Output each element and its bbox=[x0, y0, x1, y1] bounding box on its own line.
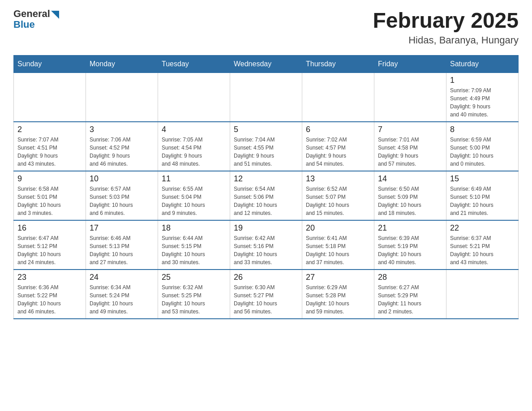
calendar-table: SundayMondayTuesdayWednesdayThursdayFrid… bbox=[13, 55, 519, 320]
day-number: 25 bbox=[162, 273, 226, 282]
calendar-cell bbox=[14, 73, 86, 122]
day-info: Sunrise: 6:29 AM Sunset: 5:28 PM Dayligh… bbox=[306, 283, 370, 316]
day-info: Sunrise: 6:44 AM Sunset: 5:15 PM Dayligh… bbox=[162, 234, 226, 266]
calendar-cell: 6Sunrise: 7:02 AM Sunset: 4:57 PM Daylig… bbox=[302, 122, 374, 171]
calendar-cell: 7Sunrise: 7:01 AM Sunset: 4:58 PM Daylig… bbox=[374, 122, 446, 171]
calendar-cell: 13Sunrise: 6:52 AM Sunset: 5:07 PM Dayli… bbox=[302, 171, 374, 220]
day-info: Sunrise: 6:54 AM Sunset: 5:06 PM Dayligh… bbox=[234, 185, 298, 217]
day-number: 17 bbox=[90, 223, 154, 233]
calendar-cell bbox=[158, 73, 230, 122]
svg-marker-0 bbox=[51, 11, 59, 19]
title-block: February 2025 Hidas, Baranya, Hungary bbox=[373, 9, 519, 46]
day-info: Sunrise: 6:57 AM Sunset: 5:03 PM Dayligh… bbox=[90, 185, 154, 217]
col-header-sunday: Sunday bbox=[14, 55, 86, 73]
day-info: Sunrise: 6:49 AM Sunset: 5:10 PM Dayligh… bbox=[450, 185, 515, 217]
day-number: 12 bbox=[234, 174, 298, 184]
week-row-2: 2Sunrise: 7:07 AM Sunset: 4:51 PM Daylig… bbox=[14, 122, 519, 171]
day-number: 22 bbox=[450, 223, 515, 233]
day-info: Sunrise: 6:50 AM Sunset: 5:09 PM Dayligh… bbox=[378, 185, 442, 217]
calendar-cell bbox=[302, 73, 374, 122]
day-number: 18 bbox=[162, 223, 226, 233]
logo-general-text: General bbox=[13, 9, 50, 19]
calendar-cell: 16Sunrise: 6:47 AM Sunset: 5:12 PM Dayli… bbox=[14, 220, 86, 270]
calendar-cell: 20Sunrise: 6:41 AM Sunset: 5:18 PM Dayli… bbox=[302, 220, 374, 270]
calendar-cell: 12Sunrise: 6:54 AM Sunset: 5:06 PM Dayli… bbox=[230, 171, 302, 220]
day-number: 8 bbox=[450, 125, 515, 134]
col-header-saturday: Saturday bbox=[446, 55, 519, 73]
day-info: Sunrise: 6:34 AM Sunset: 5:24 PM Dayligh… bbox=[90, 283, 154, 316]
day-number: 14 bbox=[378, 174, 442, 184]
day-info: Sunrise: 6:37 AM Sunset: 5:21 PM Dayligh… bbox=[450, 234, 515, 266]
page-header: General Blue February 2025 Hidas, Barany… bbox=[13, 9, 519, 46]
calendar-cell: 17Sunrise: 6:46 AM Sunset: 5:13 PM Dayli… bbox=[86, 220, 158, 270]
calendar-cell: 28Sunrise: 6:27 AM Sunset: 5:29 PM Dayli… bbox=[374, 270, 446, 319]
day-info: Sunrise: 7:04 AM Sunset: 4:55 PM Dayligh… bbox=[234, 136, 298, 168]
week-row-1: 1Sunrise: 7:09 AM Sunset: 4:49 PM Daylig… bbox=[14, 73, 519, 122]
day-info: Sunrise: 6:32 AM Sunset: 5:25 PM Dayligh… bbox=[162, 283, 226, 316]
day-number: 4 bbox=[162, 125, 226, 134]
day-number: 10 bbox=[90, 174, 154, 184]
day-number: 21 bbox=[378, 223, 442, 233]
calendar-cell: 1Sunrise: 7:09 AM Sunset: 4:49 PM Daylig… bbox=[446, 73, 519, 122]
calendar-cell: 3Sunrise: 7:06 AM Sunset: 4:52 PM Daylig… bbox=[86, 122, 158, 171]
calendar-cell: 21Sunrise: 6:39 AM Sunset: 5:19 PM Dayli… bbox=[374, 220, 446, 270]
day-number: 15 bbox=[450, 174, 515, 184]
day-info: Sunrise: 7:01 AM Sunset: 4:58 PM Dayligh… bbox=[378, 136, 442, 168]
day-number: 28 bbox=[378, 273, 442, 282]
col-header-monday: Monday bbox=[86, 55, 158, 73]
day-info: Sunrise: 6:59 AM Sunset: 5:00 PM Dayligh… bbox=[450, 136, 515, 168]
day-number: 19 bbox=[234, 223, 298, 233]
day-number: 13 bbox=[306, 174, 370, 184]
calendar-cell: 15Sunrise: 6:49 AM Sunset: 5:10 PM Dayli… bbox=[446, 171, 519, 220]
day-info: Sunrise: 7:06 AM Sunset: 4:52 PM Dayligh… bbox=[90, 136, 154, 168]
calendar-cell: 24Sunrise: 6:34 AM Sunset: 5:24 PM Dayli… bbox=[86, 270, 158, 319]
day-number: 11 bbox=[162, 174, 226, 184]
calendar-cell: 4Sunrise: 7:05 AM Sunset: 4:54 PM Daylig… bbox=[158, 122, 230, 171]
day-info: Sunrise: 6:52 AM Sunset: 5:07 PM Dayligh… bbox=[306, 185, 370, 217]
day-number: 2 bbox=[17, 125, 82, 134]
day-number: 7 bbox=[378, 125, 442, 134]
day-info: Sunrise: 7:09 AM Sunset: 4:49 PM Dayligh… bbox=[450, 86, 515, 119]
logo-icon bbox=[51, 11, 59, 19]
day-info: Sunrise: 6:36 AM Sunset: 5:22 PM Dayligh… bbox=[17, 283, 82, 316]
calendar-cell: 9Sunrise: 6:58 AM Sunset: 5:01 PM Daylig… bbox=[14, 171, 86, 220]
week-row-4: 16Sunrise: 6:47 AM Sunset: 5:12 PM Dayli… bbox=[14, 220, 519, 270]
day-number: 23 bbox=[17, 273, 82, 282]
day-info: Sunrise: 7:05 AM Sunset: 4:54 PM Dayligh… bbox=[162, 136, 226, 168]
calendar-subtitle: Hidas, Baranya, Hungary bbox=[373, 34, 519, 46]
col-header-thursday: Thursday bbox=[302, 55, 374, 73]
day-info: Sunrise: 6:41 AM Sunset: 5:18 PM Dayligh… bbox=[306, 234, 370, 266]
calendar-cell bbox=[446, 270, 519, 319]
logo: General Blue bbox=[13, 9, 59, 30]
day-number: 5 bbox=[234, 125, 298, 134]
calendar-cell bbox=[374, 73, 446, 122]
day-number: 6 bbox=[306, 125, 370, 134]
day-number: 27 bbox=[306, 273, 370, 282]
calendar-title: February 2025 bbox=[373, 9, 519, 33]
day-info: Sunrise: 6:55 AM Sunset: 5:04 PM Dayligh… bbox=[162, 185, 226, 217]
calendar-header-row: SundayMondayTuesdayWednesdayThursdayFrid… bbox=[14, 55, 519, 73]
calendar-cell: 2Sunrise: 7:07 AM Sunset: 4:51 PM Daylig… bbox=[14, 122, 86, 171]
calendar-cell: 5Sunrise: 7:04 AM Sunset: 4:55 PM Daylig… bbox=[230, 122, 302, 171]
calendar-cell: 8Sunrise: 6:59 AM Sunset: 5:00 PM Daylig… bbox=[446, 122, 519, 171]
day-number: 3 bbox=[90, 125, 154, 134]
day-info: Sunrise: 7:02 AM Sunset: 4:57 PM Dayligh… bbox=[306, 136, 370, 168]
day-number: 9 bbox=[17, 174, 82, 184]
day-info: Sunrise: 6:27 AM Sunset: 5:29 PM Dayligh… bbox=[378, 283, 442, 316]
col-header-tuesday: Tuesday bbox=[158, 55, 230, 73]
week-row-3: 9Sunrise: 6:58 AM Sunset: 5:01 PM Daylig… bbox=[14, 171, 519, 220]
day-info: Sunrise: 6:46 AM Sunset: 5:13 PM Dayligh… bbox=[90, 234, 154, 266]
calendar-cell: 27Sunrise: 6:29 AM Sunset: 5:28 PM Dayli… bbox=[302, 270, 374, 319]
col-header-wednesday: Wednesday bbox=[230, 55, 302, 73]
day-info: Sunrise: 7:07 AM Sunset: 4:51 PM Dayligh… bbox=[17, 136, 82, 168]
calendar-cell bbox=[86, 73, 158, 122]
calendar-cell: 18Sunrise: 6:44 AM Sunset: 5:15 PM Dayli… bbox=[158, 220, 230, 270]
day-info: Sunrise: 6:30 AM Sunset: 5:27 PM Dayligh… bbox=[234, 283, 298, 316]
calendar-cell: 25Sunrise: 6:32 AM Sunset: 5:25 PM Dayli… bbox=[158, 270, 230, 319]
calendar-cell: 14Sunrise: 6:50 AM Sunset: 5:09 PM Dayli… bbox=[374, 171, 446, 220]
day-number: 16 bbox=[17, 223, 82, 233]
calendar-cell: 23Sunrise: 6:36 AM Sunset: 5:22 PM Dayli… bbox=[14, 270, 86, 319]
logo-blue-text: Blue bbox=[13, 19, 35, 30]
calendar-cell: 19Sunrise: 6:42 AM Sunset: 5:16 PM Dayli… bbox=[230, 220, 302, 270]
day-number: 26 bbox=[234, 273, 298, 282]
